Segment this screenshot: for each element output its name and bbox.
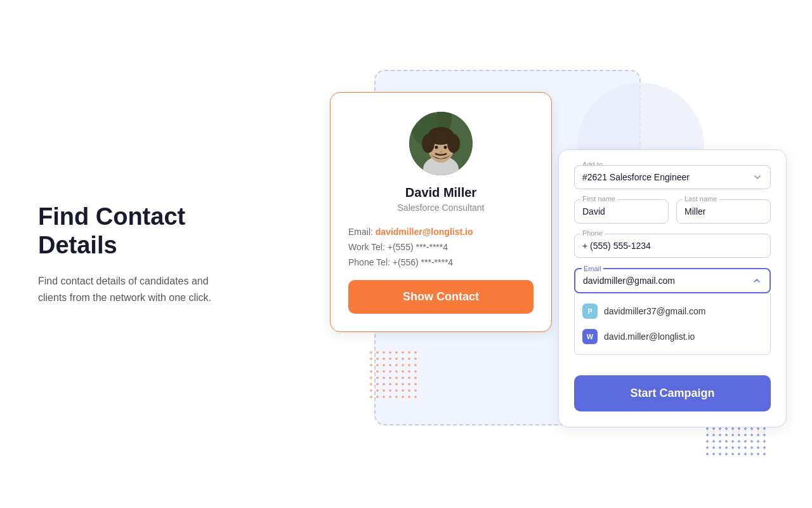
add-to-select[interactable]: #2621 Salesforce Engineer — [574, 165, 771, 189]
personal-email-value: davidmiller37@gmail.com — [604, 306, 706, 316]
svg-point-10 — [422, 134, 435, 153]
email-field-container: Email davidmiller@gmail.com P davidmille… — [574, 268, 771, 355]
work-email-badge: W — [582, 329, 598, 344]
add-to-value: #2621 Salesforce Engineer — [582, 172, 690, 182]
email-value[interactable]: davidmiller@longlist.io — [376, 227, 473, 237]
personal-email-badge: P — [582, 304, 598, 319]
first-name-field: First name — [574, 199, 669, 224]
main-heading: Find Contact Details — [38, 203, 228, 260]
email-select[interactable]: Email davidmiller@gmail.com — [574, 268, 771, 293]
work-email-value: david.miller@longlist.io — [604, 331, 695, 342]
email-select-value: davidmiller@gmail.com — [583, 276, 675, 286]
name-row: First name Last name — [574, 199, 771, 224]
last-name-field: Last name — [676, 199, 771, 224]
start-campaign-button[interactable]: Start Campaign — [574, 375, 771, 411]
phone-field-container: Phone — [574, 234, 771, 258]
email-label: Email: — [348, 227, 373, 237]
svg-point-13 — [444, 146, 447, 149]
email-option-work[interactable]: W david.miller@longlist.io — [575, 324, 770, 349]
contact-name: David Miller — [348, 185, 534, 200]
last-name-label: Last name — [683, 195, 719, 203]
email-dropdown: P davidmiller37@gmail.com W david.miller… — [574, 293, 771, 355]
svg-point-14 — [440, 151, 442, 153]
email-select-label: Email — [582, 265, 603, 272]
contact-title: Salesforce Consultant — [348, 203, 534, 213]
svg-point-12 — [435, 146, 438, 149]
avatar — [409, 112, 473, 175]
add-to-field-container: Add to #2621 Salesforce Engineer — [574, 165, 771, 189]
first-name-label: First name — [580, 195, 617, 203]
email-row: Email: davidmiller@longlist.io — [348, 227, 534, 237]
phone-label: Phone — [580, 229, 605, 237]
phone-input[interactable] — [574, 234, 771, 258]
contact-info: Email: davidmiller@longlist.io Work Tel:… — [348, 227, 534, 267]
avatar-wrapper — [348, 112, 534, 175]
email-chevron-up-icon — [752, 276, 762, 286]
orange-dots-decoration — [368, 349, 419, 400]
phone-tel-row: Phone Tel: +(556) ***-****4 — [348, 257, 534, 267]
left-section: Find Contact Details Find contact detail… — [25, 203, 228, 305]
first-name-input[interactable] — [574, 199, 669, 224]
cards-area: David Miller Salesforce Consultant Email… — [228, 32, 787, 476]
work-tel-row: Work Tel: +(555) ***-****4 — [348, 242, 534, 252]
main-description: Find contact details of candidates and c… — [38, 273, 228, 305]
show-contact-button[interactable]: Show Contact — [348, 280, 534, 314]
contact-card: David Miller Salesforce Consultant Email… — [330, 92, 552, 332]
svg-point-11 — [447, 134, 460, 153]
page-wrapper: Find Contact Details Find contact detail… — [0, 0, 812, 508]
crm-card: Add to #2621 Salesforce Engineer First n… — [558, 149, 787, 427]
email-option-personal[interactable]: P davidmiller37@gmail.com — [575, 298, 770, 324]
last-name-input[interactable] — [676, 199, 771, 224]
chevron-down-icon — [752, 172, 763, 182]
